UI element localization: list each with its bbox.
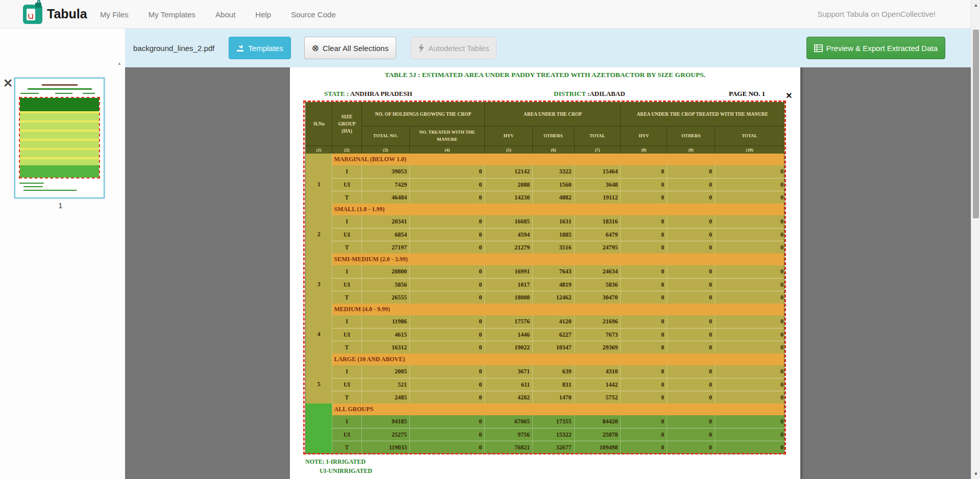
templates-button[interactable]: Templates [229, 37, 290, 59]
pdf-page[interactable]: TABLE 5J : ESTIMATED AREA UNDER PADDY TR… [290, 67, 800, 479]
toolbar: background_lines_2.pdf Templates ⊗ Clear… [125, 29, 971, 67]
scroll-up-icon[interactable]: ▲ [114, 61, 125, 66]
district-label: DISTRICT [554, 90, 586, 97]
navbar: Tabula My FilesMy TemplatesAboutHelpSour… [0, 0, 980, 29]
filename-label: background_lines_2.pdf [133, 44, 214, 53]
thumb-meta-line [20, 93, 39, 94]
nav-item-about[interactable]: About [215, 10, 235, 19]
support-link[interactable]: Support Tabula on OpenCollective! [817, 10, 936, 18]
nav-item-help[interactable]: Help [255, 10, 271, 19]
sidebar: ✕ 1 ▲ ▼ [0, 29, 125, 479]
clear-button-label: Clear All Selections [323, 44, 388, 53]
thumb-table-header [20, 98, 99, 111]
lock-icon [35, 3, 41, 8]
clear-selections-button[interactable]: ⊗ Clear All Selections [304, 37, 396, 59]
thumb-note-line [19, 183, 44, 184]
district-value: :ADILABAD [587, 90, 625, 97]
thumb-title-line [42, 84, 78, 86]
state-line: STATE : ANDHRA PRADESH [324, 90, 412, 98]
thumb-note-line [23, 190, 77, 191]
brand-title[interactable]: Tabula [47, 7, 87, 21]
window-scrollbar[interactable]: ▲ ▼ [971, 0, 980, 479]
preview-export-button[interactable]: Preview & Export Extracted Data [806, 37, 945, 59]
page-thumbnail[interactable] [14, 78, 105, 198]
scrollbar-thumb[interactable] [973, 30, 979, 218]
nav-item-my-files[interactable]: My Files [100, 10, 129, 19]
nav-item-my-templates[interactable]: My Templates [149, 10, 195, 19]
nav-item-source-code[interactable]: Source Code [291, 10, 336, 19]
selection-close-icon[interactable]: ✕ [786, 91, 792, 100]
thumb-table-footer [20, 165, 99, 178]
state-value: ANDHRA PRADESH [350, 90, 412, 97]
thumbnail-close-icon[interactable]: ✕ [3, 78, 13, 89]
autodetect-tables-button[interactable]: Autodetect Tables [410, 37, 497, 59]
scroll-up-icon[interactable]: ▲ [971, 3, 980, 8]
thumb-subtitle-line [28, 88, 92, 90]
tabula-logo-icon[interactable] [23, 5, 42, 24]
spreadsheet-icon [814, 44, 823, 52]
templates-button-label: Templates [248, 44, 283, 53]
template-upload-icon [236, 44, 244, 52]
thumbnail-page-number: 1 [14, 201, 107, 210]
thumb-meta-line [55, 93, 72, 94]
scroll-down-icon[interactable]: ▼ [971, 471, 980, 476]
thumb-table-body [20, 111, 99, 167]
thumb-note-line [23, 186, 43, 187]
table-selection-overlay[interactable] [303, 100, 786, 455]
export-button-label: Preview & Export Extracted Data [826, 44, 938, 53]
lightning-bolt-icon [418, 43, 425, 53]
note-line-1: NOTE: I-IRRIGATED [305, 458, 365, 466]
autodetect-button-label: Autodetect Tables [428, 44, 489, 53]
state-label: STATE : [324, 90, 349, 97]
thumbnail-selection [19, 97, 100, 179]
thumb-meta-line [83, 93, 95, 94]
clear-circle-x-icon: ⊗ [312, 43, 319, 54]
district-line: DISTRICT :ADILABAD [554, 90, 625, 98]
page-number-label: PAGE NO. 1 [729, 90, 765, 98]
pdf-glyph-icon [28, 13, 33, 19]
nav-links: My FilesMy TemplatesAboutHelpSource Code [100, 0, 336, 29]
note-line-2: UI-UNIRRIGATED [320, 467, 372, 475]
pdf-table-title: TABLE 5J : ESTIMATED AREA UNDER PADDY TR… [290, 71, 800, 79]
sidebar-scrollbar[interactable]: ▲ ▼ [114, 57, 125, 479]
